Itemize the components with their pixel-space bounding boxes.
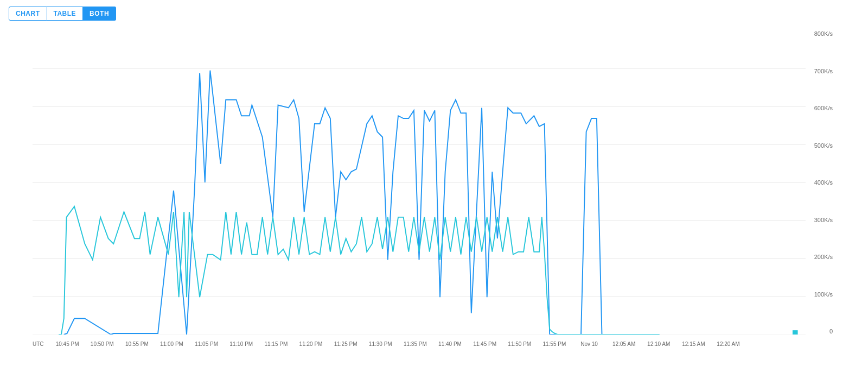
y-label-600: 600K/s: [814, 105, 833, 111]
chart-container: 800K/s 700K/s 600K/s 500K/s 400K/s 300K/…: [0, 25, 868, 373]
x-1215: 12:15 AM: [682, 341, 705, 347]
table-tab[interactable]: TABLE: [47, 7, 84, 21]
x-1045: 10:45 PM: [56, 341, 79, 347]
x-1140: 11:40 PM: [438, 341, 462, 347]
x-1155: 11:55 PM: [542, 341, 566, 347]
x-1210: 12:10 AM: [647, 341, 670, 347]
chart-tab[interactable]: CHART: [9, 7, 47, 21]
x-1055: 10:55 PM: [125, 341, 149, 347]
y-axis: 800K/s 700K/s 600K/s 500K/s 400K/s 300K/…: [806, 30, 835, 335]
x-axis: UTC 10:45 PM 10:50 PM 10:55 PM 11:00 PM …: [33, 337, 806, 351]
line-chart-svg: [33, 30, 806, 335]
x-1145: 11:45 PM: [473, 341, 496, 347]
x-1135: 11:35 PM: [404, 341, 427, 347]
x-1110: 11:10 PM: [229, 341, 253, 347]
both-tab[interactable]: BOTH: [83, 7, 116, 21]
x-1105: 11:05 PM: [195, 341, 218, 347]
toolbar: CHART TABLE BOTH: [0, 0, 868, 25]
x-1115: 11:15 PM: [264, 341, 288, 347]
y-label-300: 300K/s: [814, 217, 833, 223]
x-1120: 11:20 PM: [299, 341, 323, 347]
teal-legend-dot: [793, 330, 798, 335]
x-1130: 11:30 PM: [369, 341, 392, 347]
y-label-400: 400K/s: [814, 179, 833, 186]
y-label-500: 500K/s: [814, 142, 833, 149]
teal-line: [59, 206, 659, 335]
x-1100: 11:00 PM: [160, 341, 183, 347]
chart-area: 800K/s 700K/s 600K/s 500K/s 400K/s 300K/…: [33, 30, 835, 351]
x-1220: 12:20 AM: [717, 341, 739, 347]
x-nov10: Nov 10: [580, 341, 598, 347]
y-label-100: 100K/s: [814, 291, 833, 298]
x-utc: UTC: [33, 341, 44, 347]
y-label-800: 800K/s: [814, 30, 833, 37]
x-1050: 10:50 PM: [91, 341, 114, 347]
blue-line: [64, 71, 660, 335]
x-1150: 11:50 PM: [508, 341, 531, 347]
y-label-200: 200K/s: [814, 254, 833, 260]
x-1125: 11:25 PM: [334, 341, 358, 347]
y-label-700: 700K/s: [814, 68, 833, 74]
x-1205: 12:05 AM: [612, 341, 635, 347]
y-label-0: 0: [829, 328, 833, 335]
